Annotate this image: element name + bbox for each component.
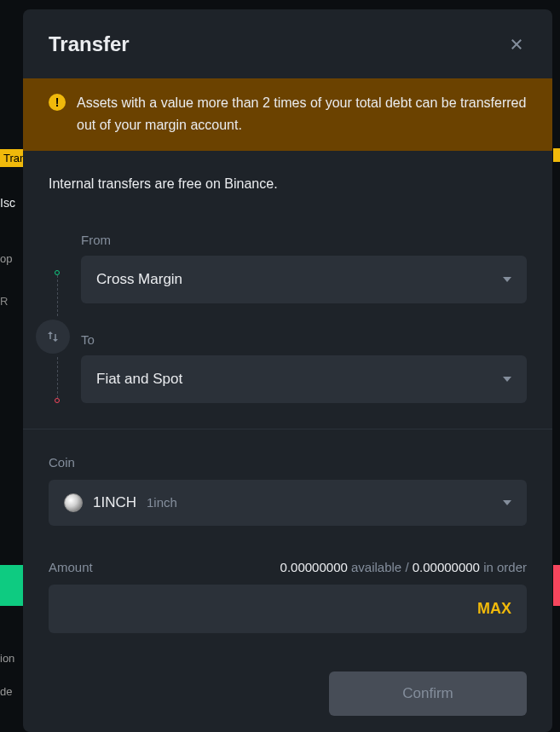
to-dot-icon (55, 398, 60, 403)
connector-line (57, 275, 58, 316)
chevron-down-icon (503, 277, 511, 282)
modal-title: Transfer (49, 32, 130, 56)
close-icon (509, 37, 524, 52)
transfer-fields: From Cross Margin To Fiat and Spot (81, 233, 527, 403)
amount-availability-info: 0.00000000 available / 0.00000000 in ord… (280, 560, 527, 574)
from-account-value: Cross Margin (96, 271, 182, 288)
swap-direction-button[interactable] (36, 320, 70, 354)
amount-input[interactable]: MAX (49, 585, 527, 633)
bg-text: ion (0, 652, 14, 665)
warning-banner: ! Assets with a value more than 2 times … (23, 78, 552, 151)
bg-text: de (0, 685, 12, 698)
from-account-select[interactable]: Cross Margin (81, 256, 527, 303)
coin-icon (64, 493, 83, 512)
connector-line (57, 357, 58, 398)
to-account-value: Fiat and Spot (96, 371, 182, 388)
chevron-down-icon (503, 500, 511, 505)
coin-select[interactable]: 1INCH 1inch (49, 480, 527, 526)
confirm-button[interactable]: Confirm (329, 671, 527, 716)
from-field-group: From Cross Margin (81, 233, 527, 303)
transfer-direction-section: From Cross Margin To Fiat and Spot (49, 233, 527, 403)
swap-icon (45, 329, 61, 344)
bg-isolated-tab: Isc (0, 196, 15, 210)
divider (23, 429, 552, 429)
amount-label: Amount (49, 560, 93, 574)
bg-text: op (0, 252, 12, 265)
to-account-select[interactable]: Fiat and Spot (81, 355, 527, 403)
bg-buy-button-fragment (0, 565, 24, 606)
coin-label: Coin (49, 455, 527, 470)
transfer-modal: Transfer ! Assets with a value more than… (23, 9, 552, 732)
modal-header: Transfer (23, 9, 552, 78)
bg-yellow-fragment (553, 148, 560, 162)
bg-sell-button-fragment (553, 565, 560, 606)
from-label: From (81, 233, 527, 247)
warning-text: Assets with a value more than 2 times of… (77, 92, 527, 137)
to-label: To (81, 332, 527, 347)
transfer-indicator (49, 233, 66, 403)
coin-symbol: 1INCH (93, 494, 136, 511)
chevron-down-icon (503, 377, 511, 382)
close-button[interactable] (506, 34, 527, 55)
bg-text: R (0, 295, 8, 308)
max-button[interactable]: MAX (477, 600, 511, 618)
warning-icon: ! (49, 94, 66, 111)
amount-header: Amount 0.00000000 available / 0.00000000… (49, 560, 527, 574)
info-text: Internal transfers are free on Binance. (49, 176, 527, 192)
coin-name: 1inch (147, 495, 493, 510)
to-field-group: To Fiat and Spot (81, 332, 527, 403)
